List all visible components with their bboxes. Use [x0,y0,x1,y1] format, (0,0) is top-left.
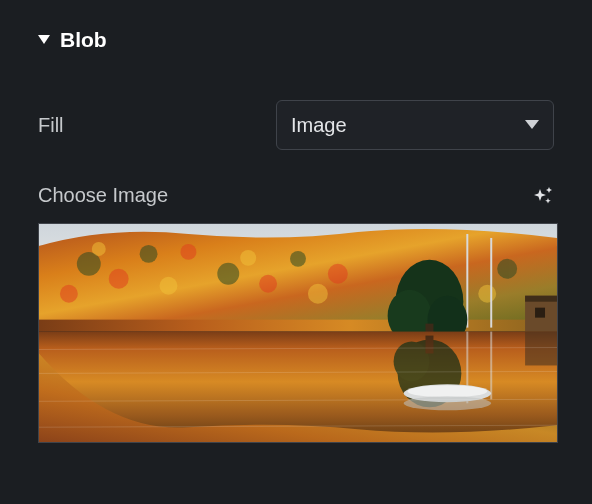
svg-rect-32 [525,332,557,366]
fill-select-value: Image [291,114,347,137]
svg-rect-31 [425,336,433,354]
choose-image-label: Choose Image [38,184,168,207]
svg-point-17 [92,242,106,256]
svg-point-12 [60,285,78,303]
fill-row: Fill Image [38,100,554,150]
svg-point-14 [240,250,256,266]
triangle-down-icon [38,35,50,45]
svg-rect-20 [525,296,557,302]
svg-point-6 [290,251,306,267]
triangle-down-icon [525,120,539,130]
section-header[interactable]: Blob [38,28,554,52]
svg-point-9 [180,244,196,260]
svg-point-10 [259,275,277,293]
fill-label: Fill [38,114,276,137]
svg-point-30 [394,342,430,382]
fill-select[interactable]: Image [276,100,554,150]
blob-panel: Blob Fill Image Choose Image [0,0,592,443]
svg-point-8 [109,269,129,289]
svg-point-7 [497,259,517,279]
svg-rect-18 [39,320,557,332]
svg-point-37 [404,396,492,410]
autumn-lake-image [39,224,557,443]
section-title: Blob [60,28,107,52]
svg-marker-0 [38,35,50,44]
svg-point-13 [160,277,178,295]
svg-point-15 [308,284,328,304]
svg-point-11 [328,264,348,284]
sparkle-icon[interactable] [532,185,554,207]
svg-rect-21 [535,308,545,318]
svg-point-5 [217,263,239,285]
svg-point-36 [408,385,488,397]
svg-point-4 [140,245,158,263]
choose-image-row: Choose Image [38,184,554,207]
svg-point-16 [478,285,496,303]
svg-marker-1 [525,120,539,129]
image-preview[interactable] [38,223,558,443]
